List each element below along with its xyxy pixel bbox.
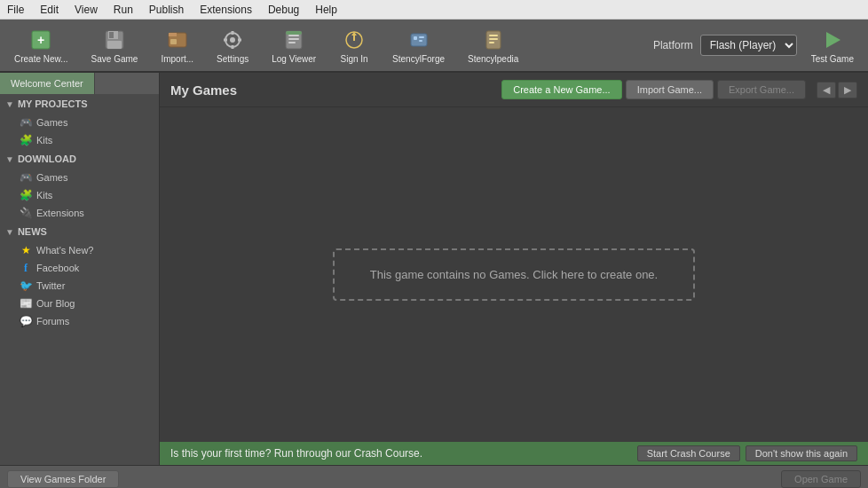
stencylforge-icon (406, 28, 431, 52)
sign-in-button[interactable]: Sign In (332, 24, 376, 67)
create-new-game-button[interactable]: Create a New Game... (501, 80, 621, 99)
menu-debug[interactable]: Debug (264, 4, 303, 16)
sidebar-item-my-kits[interactable]: 🧩 Kits (0, 131, 159, 149)
svg-rect-16 (288, 35, 299, 36)
svg-rect-27 (489, 38, 498, 40)
triangle-news: ▼ (5, 227, 14, 237)
menu-file[interactable]: File (4, 4, 28, 16)
svg-rect-12 (232, 45, 234, 49)
svg-rect-17 (288, 38, 299, 40)
whats-new-icon: ★ (20, 244, 32, 256)
twitter-icon: 🐦 (20, 279, 32, 292)
settings-button[interactable]: Settings (209, 24, 256, 67)
svg-rect-19 (286, 31, 302, 35)
menu-publish[interactable]: Publish (146, 4, 187, 16)
svg-rect-5 (107, 41, 122, 49)
page-title: My Games (170, 83, 237, 98)
svg-rect-11 (232, 31, 234, 35)
banner-text: Is this your first time? Run through our… (170, 447, 422, 460)
triangle-my-projects: ▼ (5, 99, 14, 109)
extensions-icon: 🔌 (20, 207, 32, 219)
stencylforge-button[interactable]: StencylForge (385, 24, 452, 67)
svg-rect-14 (238, 38, 241, 41)
menu-run[interactable]: Run (110, 4, 137, 16)
stencylpedia-button[interactable]: Stencylpedia (461, 24, 525, 67)
import-icon (165, 28, 190, 52)
dl-kits-icon: 🧩 (20, 189, 32, 201)
triangle-download: ▼ (5, 154, 14, 164)
tab-bar: Welcome Center (0, 73, 159, 94)
svg-point-10 (230, 37, 235, 43)
open-game-button: Open Game (781, 470, 861, 488)
start-crash-course-button[interactable]: Start Crash Course (637, 445, 740, 461)
create-new-icon: + (28, 28, 53, 52)
svg-rect-24 (419, 40, 422, 42)
test-game-icon (820, 28, 845, 52)
sidebar-item-extensions[interactable]: 🔌 Extensions (0, 204, 159, 222)
main-layout: Welcome Center ▼ MY PROJECTS 🎮 Games 🧩 K… (0, 73, 868, 465)
svg-rect-23 (419, 36, 424, 38)
toolbar: + Create New... Save Game Import... (0, 20, 868, 73)
sidebar-item-our-blog[interactable]: 📰 Our Blog (0, 295, 159, 312)
menu-extensions[interactable]: Extensions (196, 4, 256, 16)
content-area: My Games Create a New Game... Import Gam… (160, 73, 868, 465)
svg-rect-28 (489, 42, 494, 43)
view-games-folder-button[interactable]: View Games Folder (7, 470, 119, 488)
platform-select[interactable]: Flash (Player) (700, 35, 797, 56)
svg-text:+: + (37, 33, 44, 47)
bottom-banner: Is this your first time? Run through our… (160, 442, 868, 465)
log-viewer-button[interactable]: Log Viewer (264, 24, 323, 67)
kits-icon: 🧩 (20, 134, 32, 146)
svg-rect-18 (288, 42, 296, 43)
svg-rect-21 (411, 34, 427, 46)
svg-rect-13 (224, 38, 227, 41)
section-news[interactable]: ▼ NEWS (0, 222, 159, 241)
sidebar: Welcome Center ▼ MY PROJECTS 🎮 Games 🧩 K… (0, 73, 160, 465)
section-my-projects[interactable]: ▼ MY PROJECTS (0, 94, 159, 114)
sidebar-item-twitter[interactable]: 🐦 Twitter (0, 277, 159, 295)
dismiss-banner-button[interactable]: Don't show this again (746, 445, 857, 461)
save-icon (102, 28, 127, 52)
facebook-icon: f (20, 262, 32, 274)
blog-icon: 📰 (20, 297, 32, 310)
footer: View Games Folder Open Game (0, 465, 868, 488)
games-icon: 🎮 (20, 116, 32, 129)
import-game-button[interactable]: Import Game... (626, 80, 714, 99)
sidebar-item-forums[interactable]: 💬 Forums (0, 312, 159, 330)
menu-help[interactable]: Help (312, 4, 341, 16)
content-body: This game contains no Games. Click here … (160, 107, 868, 442)
import-button[interactable]: Import... (154, 24, 201, 67)
svg-rect-4 (109, 32, 114, 38)
menu-edit[interactable]: Edit (36, 4, 62, 16)
content-header: My Games Create a New Game... Import Gam… (160, 73, 868, 107)
menu-bar: File Edit View Run Publish Extensions De… (0, 0, 868, 20)
banner-buttons: Start Crash Course Don't show this again (637, 445, 857, 461)
create-new-button[interactable]: + Create New... (7, 24, 75, 67)
platform-area: Platform Flash (Player) Test Game (653, 24, 861, 67)
svg-rect-22 (414, 36, 417, 40)
menu-view[interactable]: View (71, 4, 101, 16)
log-viewer-icon (281, 28, 306, 52)
svg-rect-8 (170, 39, 177, 44)
sidebar-item-download-kits[interactable]: 🧩 Kits (0, 186, 159, 204)
sidebar-item-whats-new[interactable]: ★ What's New? (0, 241, 159, 259)
svg-marker-29 (826, 32, 840, 48)
header-buttons: Create a New Game... Import Game... Expo… (501, 80, 857, 99)
save-game-button[interactable]: Save Game (84, 24, 146, 67)
svg-rect-7 (169, 33, 177, 36)
forums-icon: 💬 (20, 315, 32, 327)
nav-forward-button[interactable]: ▶ (838, 82, 857, 98)
sidebar-item-download-games[interactable]: 🎮 Games (0, 169, 159, 186)
section-download[interactable]: ▼ DOWNLOAD (0, 149, 159, 169)
platform-label: Platform (653, 39, 693, 51)
sign-in-icon (342, 28, 367, 52)
test-game-button[interactable]: Test Game (804, 24, 861, 67)
settings-icon (220, 28, 245, 52)
nav-back-button[interactable]: ◀ (817, 82, 836, 98)
welcome-center-tab[interactable]: Welcome Center (0, 73, 95, 94)
sidebar-item-my-games[interactable]: 🎮 Games (0, 114, 159, 131)
stencylpedia-icon (481, 28, 506, 52)
dl-games-icon: 🎮 (20, 171, 32, 184)
empty-placeholder[interactable]: This game contains no Games. Click here … (333, 248, 695, 301)
sidebar-item-facebook[interactable]: f Facebook (0, 259, 159, 277)
